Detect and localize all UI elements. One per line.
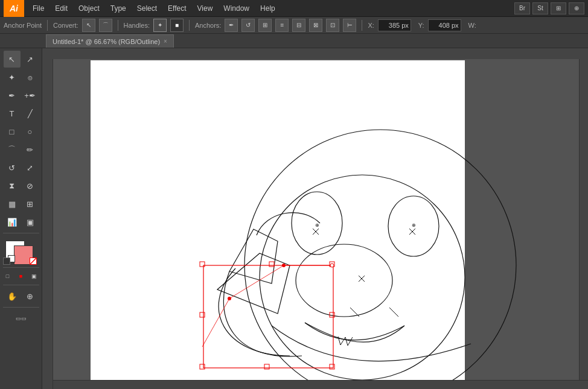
document-tab[interactable]: Untitled-1* @ 66.67% (RGB/Outline) × bbox=[46, 34, 174, 48]
anchors-btn-align-left[interactable]: ⊞ bbox=[258, 19, 272, 32]
handles-btn-auto[interactable]: ✦ bbox=[153, 19, 167, 32]
artboard-tool-btn[interactable]: ▣ bbox=[22, 213, 39, 230]
paintbrush-tool-btn[interactable]: ⌒ bbox=[4, 141, 21, 158]
ruler-left bbox=[42, 59, 53, 389]
anchors-btn-align-2[interactable]: ≡ bbox=[275, 19, 289, 32]
rect-tool-btn[interactable]: □ bbox=[4, 123, 21, 140]
sep2 bbox=[118, 20, 118, 31]
tool-sep-1 bbox=[3, 233, 39, 233]
stock-icon[interactable]: St bbox=[532, 2, 548, 14]
stroke-none-btn[interactable]: □ bbox=[2, 270, 14, 282]
hand-tool-btn[interactable]: ✋ bbox=[4, 288, 21, 305]
menu-icons: Br St ⊞ ⊕ bbox=[514, 2, 584, 14]
anchors-btn-pen[interactable]: ✒ bbox=[225, 19, 238, 32]
tool-row-7: ↺ ⤢ bbox=[4, 159, 39, 176]
anchors-btn-align-6[interactable]: ⊢ bbox=[343, 19, 356, 32]
curve-tool-btn[interactable]: ╱ bbox=[22, 105, 39, 122]
lasso-tool-btn[interactable]: ⌾ bbox=[22, 69, 39, 86]
tool-row-10: 📊 ▣ bbox=[4, 213, 39, 230]
tool-row-3: ✒ +✒ bbox=[4, 87, 39, 104]
convert-btn-curve[interactable]: ⌒ bbox=[99, 19, 112, 32]
broadcast-icon[interactable]: ⊕ bbox=[569, 2, 584, 14]
bridge-icon[interactable]: Br bbox=[514, 2, 530, 14]
x-label: X: bbox=[368, 22, 374, 29]
tool-row-2: ✦ ⌾ bbox=[4, 69, 39, 86]
tool-row-8: ⧗ ⊘ bbox=[4, 177, 39, 194]
anchors-label: Anchors: bbox=[195, 22, 221, 29]
left-toolbar: ↖ ↗ ✦ ⌾ ✒ +✒ T ╱ □ ○ ⌒ ✏ ↺ ⤢ ⧗ ⊘ bbox=[0, 48, 42, 389]
pen-tool-btn[interactable]: ✒ bbox=[4, 87, 21, 104]
convert-label: Convert: bbox=[53, 22, 78, 29]
none-icon bbox=[30, 258, 36, 264]
menu-bar: Ai File Edit Object Type Select Effect V… bbox=[0, 0, 588, 17]
menu-window[interactable]: Window bbox=[219, 3, 254, 14]
graph-tool-btn[interactable]: 📊 bbox=[4, 213, 21, 230]
fill-none-btn[interactable]: ■ bbox=[15, 270, 27, 282]
mesh-tool-btn[interactable]: ⊞ bbox=[22, 195, 39, 212]
direct-select-tool-btn[interactable]: ↗ bbox=[22, 51, 39, 68]
anchors-btn-refresh[interactable]: ↺ bbox=[241, 19, 255, 32]
handles-label: Handles: bbox=[124, 22, 150, 29]
menu-edit[interactable]: Edit bbox=[50, 3, 72, 14]
pencil-tool-btn[interactable]: ✏ bbox=[22, 141, 39, 158]
anchors-btn-align-3[interactable]: ⊟ bbox=[292, 19, 305, 32]
ai-logo: Ai bbox=[4, 0, 24, 17]
svg-rect-1 bbox=[42, 48, 588, 59]
artboard bbox=[91, 60, 465, 389]
menu-select[interactable]: Select bbox=[132, 3, 162, 14]
sep1 bbox=[47, 20, 48, 31]
vertical-scrollbar[interactable] bbox=[579, 59, 588, 380]
ellipse-tool-btn[interactable]: ○ bbox=[22, 123, 39, 140]
artboards-panel-btn[interactable]: ▭▭ bbox=[6, 310, 36, 327]
ruler-top: /* ruler ticks rendered below */ bbox=[42, 48, 588, 59]
y-label: Y: bbox=[418, 22, 424, 29]
menu-view[interactable]: View bbox=[193, 3, 218, 14]
tab-title: Untitled-1* @ 66.67% (RGB/Outline) bbox=[53, 38, 160, 45]
convert-btn-arrow[interactable]: ↖ bbox=[82, 19, 95, 32]
tool-row-9: ▦ ⊞ bbox=[4, 195, 39, 212]
tool-sep-3 bbox=[3, 285, 39, 285]
select-tool-btn[interactable]: ↖ bbox=[4, 51, 21, 68]
menu-object[interactable]: Object bbox=[74, 3, 104, 14]
horizontal-scrollbar[interactable] bbox=[53, 380, 588, 389]
scale-tool-btn[interactable]: ⤢ bbox=[22, 159, 39, 176]
rotate-tool-btn[interactable]: ↺ bbox=[4, 159, 21, 176]
blend-tool-btn[interactable]: ⧗ bbox=[4, 177, 21, 194]
anchors-btn-align-5[interactable]: ⊡ bbox=[326, 19, 339, 32]
gradient-btn[interactable]: ▣ bbox=[28, 270, 40, 282]
tab-bar: Untitled-1* @ 66.67% (RGB/Outline) × bbox=[0, 34, 588, 48]
y-input[interactable] bbox=[428, 19, 461, 31]
anchors-btn-align-4[interactable]: ⊠ bbox=[309, 19, 322, 32]
zoom-tool-btn[interactable]: ⊕ bbox=[22, 288, 39, 305]
canvas-area[interactable]: /* ruler ticks rendered below */ ⊕ ⊕ bbox=[42, 48, 588, 389]
default-colors-btn[interactable] bbox=[3, 258, 10, 265]
svg-line-0 bbox=[30, 258, 36, 264]
tool-sep-4 bbox=[3, 307, 39, 308]
main-area: ↖ ↗ ✦ ⌾ ✒ +✒ T ╱ □ ○ ⌒ ✏ ↺ ⤢ ⧗ ⊘ bbox=[0, 48, 588, 389]
handles-btn-black[interactable]: ■ bbox=[170, 19, 184, 32]
none-swatch[interactable] bbox=[30, 258, 37, 265]
menu-file[interactable]: File bbox=[28, 3, 49, 14]
magic-wand-tool-btn[interactable]: ✦ bbox=[4, 69, 21, 86]
add-anchor-tool-btn[interactable]: +✒ bbox=[22, 87, 39, 104]
context-toolbar: Anchor Point Convert: ↖ ⌒ Handles: ✦ ■ A… bbox=[0, 17, 588, 34]
menu-type[interactable]: Type bbox=[106, 3, 131, 14]
tool-row-4: T ╱ bbox=[4, 105, 39, 122]
eyedropper-tool-btn[interactable]: ⊘ bbox=[22, 177, 39, 194]
anchor-point-label: Anchor Point bbox=[4, 22, 42, 29]
menu-help[interactable]: Help bbox=[255, 3, 280, 14]
w-label: W: bbox=[468, 22, 476, 29]
ruler-top-svg: /* ruler ticks rendered below */ bbox=[42, 48, 588, 59]
workspace-icon[interactable]: ⊞ bbox=[551, 2, 566, 14]
tool-row-1: ↖ ↗ bbox=[4, 51, 39, 68]
menu-effect[interactable]: Effect bbox=[163, 3, 191, 14]
tool-row-bottom: □ ■ ▣ bbox=[2, 270, 40, 282]
tool-row-5: □ ○ bbox=[4, 123, 39, 140]
gradient-tool-btn[interactable]: ▦ bbox=[4, 195, 21, 212]
sep4 bbox=[362, 20, 362, 31]
tool-sep-2 bbox=[3, 267, 39, 268]
tool-row-view: ✋ ⊕ bbox=[4, 288, 39, 305]
type-tool-btn[interactable]: T bbox=[4, 105, 21, 122]
tab-close-btn[interactable]: × bbox=[164, 38, 167, 45]
x-input[interactable] bbox=[378, 19, 411, 31]
